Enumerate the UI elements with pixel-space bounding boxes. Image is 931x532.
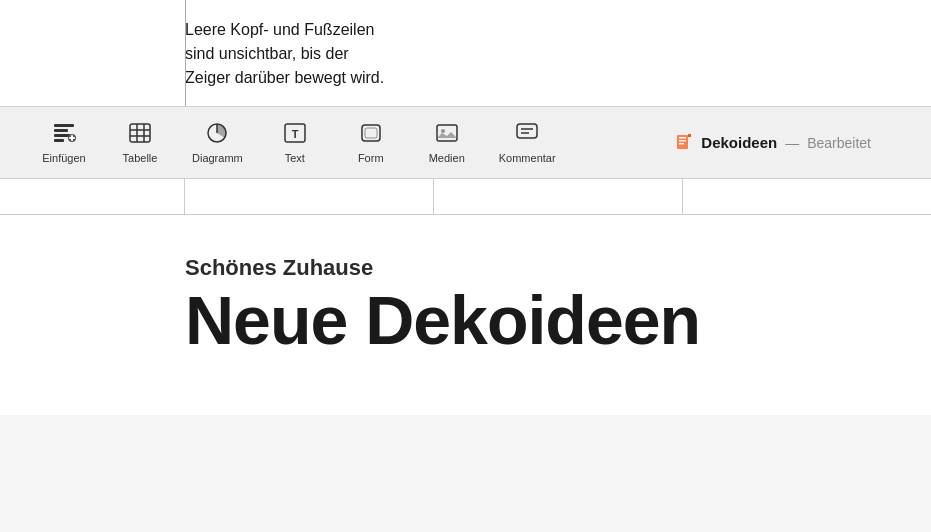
- toolbar-item-text[interactable]: T Text: [271, 122, 319, 164]
- toolbar: Einfügen Tabelle: [0, 107, 931, 179]
- diagramm-label: Diagramm: [192, 152, 243, 164]
- table-cell-1: [185, 179, 434, 214]
- svg-rect-0: [54, 124, 74, 127]
- svg-text:T: T: [291, 128, 298, 140]
- document-status: Bearbeitet: [807, 135, 871, 151]
- subtitle: Schönes Zuhause: [185, 255, 871, 281]
- svg-rect-25: [679, 140, 686, 142]
- text-icon: T: [283, 122, 307, 148]
- form-icon: [359, 122, 383, 148]
- table-cell-2: [434, 179, 683, 214]
- table-cell-left-margin: [0, 179, 185, 214]
- tooltip-line1: Leere Kopf- und Fußzeilen: [185, 21, 374, 38]
- table-cell-3: [683, 179, 931, 214]
- toolbar-item-einfuegen[interactable]: Einfügen: [40, 122, 88, 164]
- tabelle-icon: [128, 122, 152, 148]
- svg-rect-18: [437, 125, 457, 141]
- einfuegen-label: Einfügen: [42, 152, 85, 164]
- document-title: Dekoideen: [701, 134, 777, 151]
- diagramm-icon: [205, 122, 229, 148]
- tooltip-line2: sind unsichtbar, bis der: [185, 45, 349, 62]
- medien-icon: [435, 122, 459, 148]
- toolbar-item-kommentar[interactable]: Kommentar: [499, 122, 556, 164]
- svg-rect-26: [679, 143, 684, 145]
- form-label: Form: [358, 152, 384, 164]
- toolbar-items: Einfügen Tabelle: [40, 122, 556, 164]
- left-margin-line: [185, 0, 186, 106]
- tooltip-text: Leere Kopf- und Fußzeilen sind unsichtba…: [185, 18, 931, 90]
- svg-rect-7: [130, 124, 150, 142]
- svg-rect-17: [365, 128, 377, 138]
- tooltip-area: Leere Kopf- und Fußzeilen sind unsichtba…: [0, 0, 931, 107]
- document-separator: —: [785, 135, 799, 151]
- einfuegen-icon: [52, 122, 76, 148]
- svg-point-19: [441, 129, 445, 133]
- svg-rect-27: [688, 134, 691, 137]
- tabelle-label: Tabelle: [123, 152, 158, 164]
- medien-label: Medien: [429, 152, 465, 164]
- toolbar-item-tabelle[interactable]: Tabelle: [116, 122, 164, 164]
- document-title-area: Dekoideen — Bearbeitet: [675, 134, 871, 152]
- content-area: Schönes Zuhause Neue Dekoideen: [0, 215, 931, 415]
- svg-rect-24: [679, 137, 686, 139]
- svg-rect-1: [54, 129, 68, 132]
- toolbar-item-form[interactable]: Form: [347, 122, 395, 164]
- document-icon: [675, 134, 693, 152]
- kommentar-icon: [515, 122, 539, 148]
- svg-rect-3: [54, 139, 64, 142]
- svg-rect-2: [54, 134, 70, 137]
- tooltip-line3: Zeiger darüber bewegt wird.: [185, 69, 384, 86]
- table-header-row: [0, 179, 931, 215]
- toolbar-item-medien[interactable]: Medien: [423, 122, 471, 164]
- text-label: Text: [285, 152, 305, 164]
- toolbar-item-diagramm[interactable]: Diagramm: [192, 122, 243, 164]
- svg-rect-6: [69, 137, 75, 139]
- svg-rect-20: [517, 124, 537, 138]
- main-title: Neue Dekoideen: [185, 285, 871, 356]
- kommentar-label: Kommentar: [499, 152, 556, 164]
